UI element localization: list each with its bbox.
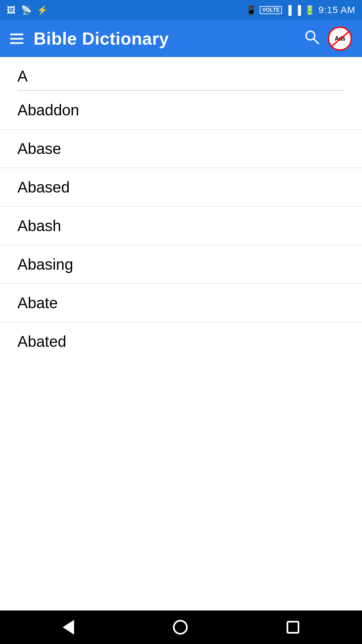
svg-line-1: [314, 39, 318, 44]
toolbar-right: Ads: [302, 26, 352, 51]
dict-word: Abased: [17, 178, 70, 196]
recents-button[interactable]: [283, 618, 303, 637]
ads-button[interactable]: Ads: [328, 26, 352, 51]
back-icon: [63, 620, 74, 635]
list-item[interactable]: Abated: [0, 322, 362, 361]
dict-word: Abash: [17, 217, 61, 234]
search-button[interactable]: [302, 28, 321, 50]
ads-label: Ads: [335, 35, 345, 42]
list-item[interactable]: Abase: [0, 129, 362, 168]
dictionary-content: A Abaddon Abase Abased Abash Abasing Aba…: [0, 57, 362, 610]
back-button[interactable]: [59, 616, 77, 638]
dict-word: Abasing: [17, 256, 73, 273]
list-item[interactable]: Abasing: [0, 245, 362, 284]
signal-icon-1: ▐: [285, 5, 291, 15]
status-time: 9:15 AM: [318, 5, 355, 15]
dict-word: Abated: [17, 333, 66, 350]
list-item[interactable]: Abaddon: [0, 91, 362, 129]
status-bar-right-icons: 📱 VOLTE ▐ ▐ 🔋 9:15 AM: [246, 5, 355, 15]
home-icon: [173, 620, 188, 635]
nav-bar: [0, 610, 362, 644]
hamburger-line-3: [10, 42, 23, 44]
photo-icon: 🖼: [7, 5, 15, 15]
recents-icon: [287, 621, 299, 634]
page-title: Bible Dictionary: [34, 29, 169, 49]
home-button[interactable]: [170, 616, 191, 638]
dict-word: Abaddon: [17, 101, 79, 119]
volte-badge: VOLTE: [260, 6, 282, 14]
list-item[interactable]: Abased: [0, 168, 362, 207]
toolbar-left: Bible Dictionary: [10, 29, 169, 49]
usb-icon: ⚡: [37, 5, 48, 15]
hamburger-line-2: [10, 38, 23, 40]
list-item[interactable]: Abash: [0, 207, 362, 245]
phone-icon: 📱: [246, 5, 256, 15]
wifi-icon: 📡: [21, 5, 32, 15]
hamburger-line-1: [10, 34, 23, 35]
signal-icon-2: ▐: [295, 5, 301, 15]
battery-icon: 🔋: [304, 5, 315, 15]
status-bar: 🖼 📡 ⚡ 📱 VOLTE ▐ ▐ 🔋 9:15 AM: [0, 0, 362, 20]
toolbar: Bible Dictionary Ads: [0, 20, 362, 57]
dict-word: Abate: [17, 294, 58, 312]
dict-word: Abase: [17, 140, 61, 157]
status-bar-left-icons: 🖼 📡 ⚡: [7, 5, 48, 15]
section-header-a: A: [0, 57, 362, 90]
section-letter: A: [17, 67, 28, 85]
list-item[interactable]: Abate: [0, 284, 362, 322]
menu-button[interactable]: [10, 34, 23, 44]
